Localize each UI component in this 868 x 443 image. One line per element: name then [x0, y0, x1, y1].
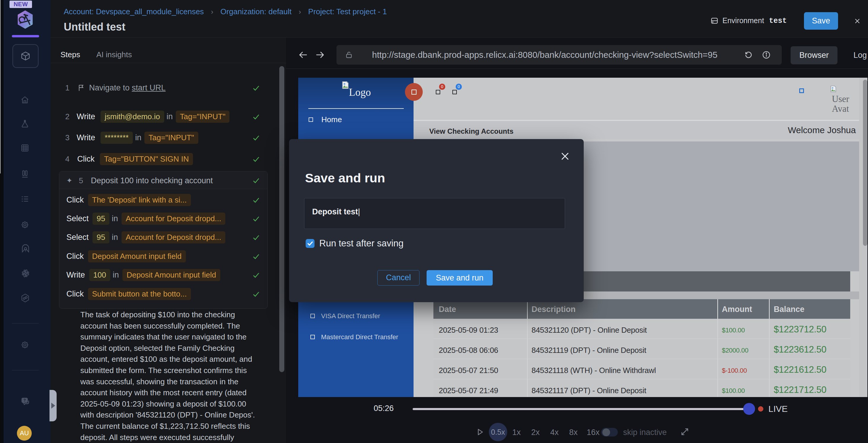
svg-text:?: ? — [24, 398, 26, 403]
